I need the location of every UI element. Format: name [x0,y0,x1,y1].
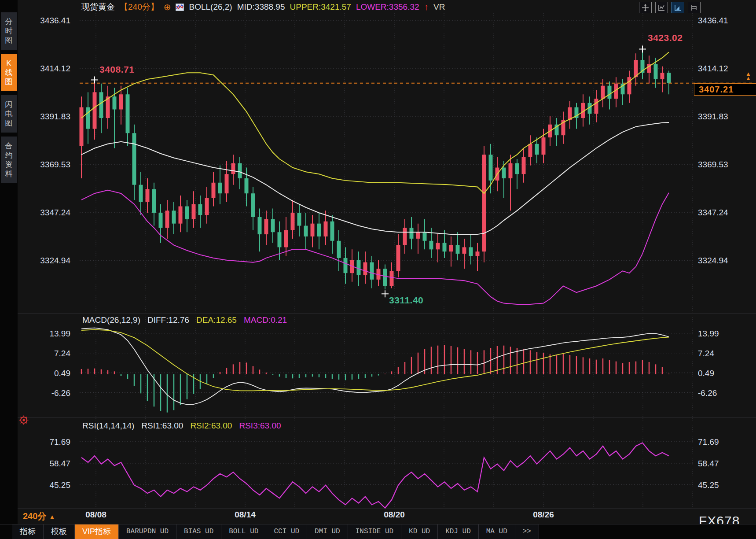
y-axis-label-left: 45.25 [49,480,70,490]
y-axis-label-right: 71.69 [698,437,719,447]
compress-bars-icon[interactable] [688,2,701,13]
chart-type-sidebar: 分时图 K线图 闪电图 合约资料 [0,0,18,539]
sidebar-item-label: K线图 [5,59,13,86]
tab-vip-indicators[interactable]: VIP指标 [75,524,119,539]
y-axis-label-left: 3347.24 [40,208,70,217]
x-axis-date: 08/26 [526,510,561,520]
tab-inside-ud[interactable]: INSIDE_UD [348,524,401,539]
chart-toolbar [639,2,701,13]
y-axis-label-right: 3324.94 [698,256,728,265]
candle-body [271,219,275,232]
rsi-title: RSI(14,14,14) [82,421,134,431]
y-axis-label-left: 3391.83 [40,112,70,121]
sidebar-item-label: 分时图 [5,17,13,45]
period-label[interactable]: 【240分】 [120,1,159,13]
trading-app-window: 分时图 K线图 闪电图 合约资料 现货黄金 【240分】 ⊕ BOLL(26,2… [0,0,756,539]
x-axis-date: 08/14 [228,510,263,520]
x-axis-date: 08/20 [377,510,412,520]
tab-cci-ud[interactable]: CCI_UD [266,524,307,539]
macd-diff-value: DIFF:12.76 [147,315,189,325]
axis-zoom-icon[interactable] [655,2,668,13]
candle-body [363,262,367,275]
candle-body [337,241,341,258]
boll-line-upper [81,52,669,194]
boll-mid-value: MID:3388.95 [237,2,285,12]
boll-label: BOLL(26,2) [189,2,232,12]
tab-dmi-ud[interactable]: DMI_UD [307,524,348,539]
candle-body [152,189,156,213]
sidebar-item-lightning-chart[interactable]: 闪电图 [1,95,17,133]
tab-templates[interactable]: 模板 [44,524,75,539]
candle-body [661,73,664,79]
candle-body [251,193,255,217]
candle-body [601,86,605,99]
candle-body [436,243,440,250]
candle-body [324,222,328,236]
price-chart-canvas[interactable]: 3436.413436.413414.123414.123391.833391.… [0,0,756,539]
chart-header: 现货黄金 【240分】 ⊕ BOLL(26,2) MID:3388.95 UPP… [81,1,445,13]
candle-body [205,198,209,215]
sidebar-item-contract-info[interactable]: 合约资料 [1,137,17,183]
crosshair-icon[interactable] [639,2,652,13]
rsi3-value: RSI3:63.00 [239,421,281,431]
y-axis-label-right: 3369.53 [698,160,728,169]
candle-body [383,269,387,286]
tab-more[interactable]: >> [515,524,539,539]
candle-body [297,213,301,225]
candle-body [502,168,506,178]
y-axis-label-left: 3369.53 [40,160,70,169]
candle-body [410,228,414,238]
add-indicator-icon[interactable]: ⊕ [164,2,171,12]
candle-body [423,232,427,241]
y-axis-label-left: 0.49 [54,369,70,378]
candle-body [278,232,282,247]
candle-body [192,204,196,219]
candle-body [344,258,348,273]
tab-ma-ud[interactable]: MA_UD [479,524,515,539]
mini-chart-icon[interactable] [176,4,184,11]
candle-body [291,213,295,230]
macd-header-row: MACD(26,12,9) DIFF:12.76 DEA:12.65 MACD:… [82,315,287,325]
candle-body [238,163,242,178]
candle-body [429,241,433,250]
y-axis-label-right: 3391.83 [698,112,728,121]
indicator-settings-icon[interactable] [18,415,29,427]
x-axis-date: 08/08 [78,510,114,520]
candle-body [139,185,143,202]
y-axis-label-left: 71.69 [49,437,70,447]
tab-kdj-ud[interactable]: KDJ_UD [438,524,479,539]
candle-body [172,210,176,223]
candle-body [185,207,189,219]
tab-indicators[interactable]: 指标 [12,524,44,539]
y-axis-label-right: -6.26 [698,388,717,398]
boll-lower-value: LOWER:3356.32 [356,2,419,12]
y-axis-label-left: 3436.41 [40,16,70,25]
y-axis-label-left: 3414.12 [40,64,70,73]
period-selector[interactable]: 240分 ▲ [23,510,55,522]
candle-body [212,183,216,198]
tab-barupdn-ud[interactable]: BARUPDN_UD [119,524,176,539]
candle-body [86,107,90,129]
y-axis-label-left: 7.24 [54,349,70,358]
y-axis-label-right: 13.99 [698,329,719,338]
axis-scale-active-icon[interactable] [672,2,684,13]
sidebar-item-time-chart[interactable]: 分时图 [1,12,17,50]
sidebar-item-label: 闪电图 [5,100,13,128]
candle-body [449,245,453,252]
tab-bias-ud[interactable]: BIAS_UD [176,524,221,539]
up-arrow-icon: ↑ [424,2,429,12]
swing-low-annotation: 3311.40 [389,295,423,306]
boll-line-lower [81,190,669,304]
candle-body [370,262,374,280]
period-dropdown-icon: ▲ [49,513,55,521]
vr-label: VR [433,2,445,12]
candle-body [469,247,473,256]
candle-body [443,243,447,252]
indicator-tab-bar: 指标 模板 VIP指标 BARUPDN_UD BIAS_UD BOLL_UD C… [0,524,756,539]
candle-body [396,245,400,271]
macd-line-dea [81,330,669,391]
tab-kd-ud[interactable]: KD_UD [401,524,438,539]
sidebar-item-kline-chart[interactable]: K线图 [1,54,17,91]
tab-boll-ud[interactable]: BOLL_UD [221,524,266,539]
y-axis-label-right: 3436.41 [698,16,728,25]
